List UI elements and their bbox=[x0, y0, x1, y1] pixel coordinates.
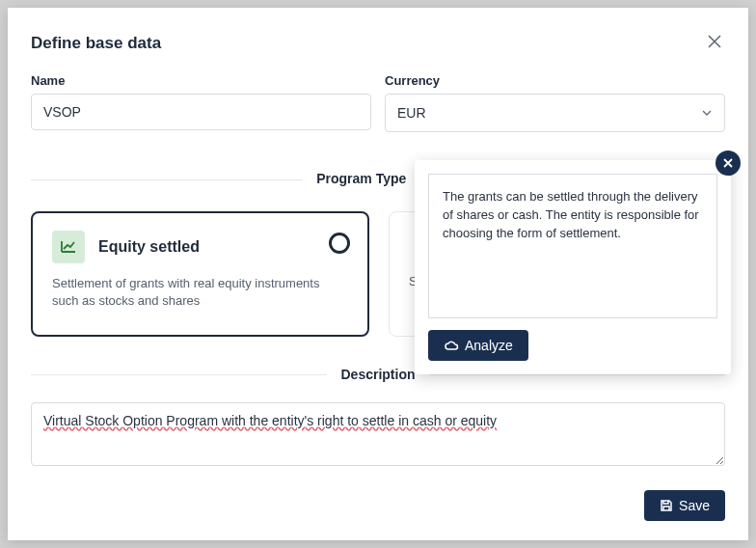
tooltip-close-button[interactable] bbox=[716, 151, 741, 176]
cloud-icon bbox=[444, 340, 459, 351]
field-row: Name Currency EUR bbox=[31, 73, 725, 132]
close-icon bbox=[723, 158, 733, 168]
name-field-wrapper: Name bbox=[31, 73, 371, 132]
name-input[interactable] bbox=[31, 94, 371, 130]
equity-card-desc: Settlement of grants with real equity in… bbox=[52, 275, 348, 310]
save-icon bbox=[660, 499, 673, 512]
currency-value: EUR bbox=[397, 105, 426, 121]
modal-footer: Save bbox=[644, 490, 725, 521]
program-type-label: Program Type bbox=[303, 171, 419, 186]
modal-close-button[interactable] bbox=[704, 31, 725, 56]
analyze-label: Analyze bbox=[465, 338, 513, 353]
description-label: Description bbox=[327, 367, 428, 382]
currency-select[interactable]: EUR bbox=[385, 94, 725, 132]
currency-label: Currency bbox=[385, 73, 725, 88]
equity-card-title: Equity settled bbox=[98, 238, 200, 256]
save-label: Save bbox=[679, 498, 710, 513]
modal-header: Define base data bbox=[31, 31, 725, 56]
equity-settled-card[interactable]: Equity settled Settlement of grants with… bbox=[31, 211, 369, 337]
tooltip-text: The grants can be settled through the de… bbox=[428, 174, 717, 318]
close-icon bbox=[708, 35, 721, 48]
currency-field-wrapper: Currency EUR bbox=[385, 73, 725, 132]
name-label: Name bbox=[31, 73, 371, 88]
save-button[interactable]: Save bbox=[644, 490, 725, 521]
equity-radio[interactable] bbox=[329, 233, 350, 254]
info-tooltip: The grants can be settled through the de… bbox=[415, 160, 731, 374]
chart-up-icon bbox=[52, 231, 85, 263]
description-textarea[interactable] bbox=[31, 402, 725, 466]
modal-title: Define base data bbox=[31, 34, 161, 53]
card-header: Equity settled bbox=[52, 231, 348, 263]
analyze-button[interactable]: Analyze bbox=[428, 330, 528, 361]
chevron-down-icon bbox=[701, 106, 713, 120]
